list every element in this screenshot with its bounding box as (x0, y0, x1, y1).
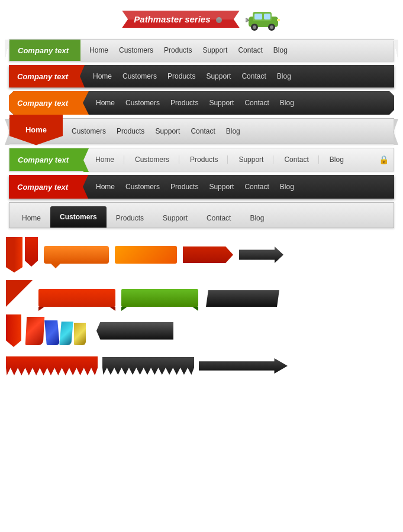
nav1-container: Company text Home Customers Products Sup… (9, 39, 394, 61)
deco-row4 (6, 356, 397, 375)
nav1-links: Home Customers Products Support Contact … (80, 46, 394, 54)
nav4-container: Home Customers Products Support Contact … (9, 118, 394, 144)
arrow-black-right (239, 246, 283, 263)
deco-bookmark-left (6, 314, 21, 347)
title-ribbon-inner: Pathmaster series (122, 11, 239, 28)
wavy-ribbon-red (6, 356, 98, 375)
nav6: Company text Home Customers Products Sup… (9, 175, 394, 199)
nav3-customers[interactable]: Customers (125, 99, 160, 107)
car-icon (246, 6, 281, 33)
nav1-customers[interactable]: Customers (119, 46, 153, 54)
nav3-support[interactable]: Support (209, 99, 234, 107)
nav1-home[interactable]: Home (89, 46, 108, 54)
nav3-blog[interactable]: Blog (280, 99, 294, 107)
nav5-blog[interactable]: Blog (330, 155, 354, 164)
nav6-support[interactable]: Support (209, 183, 234, 191)
curl-cyan (59, 322, 73, 345)
ribbon-dot (216, 17, 222, 23)
nav2-logo: Company text (9, 65, 80, 87)
curl-yellow (74, 323, 86, 345)
nav3-contact[interactable]: Contact (244, 99, 269, 107)
deco-bookmarks (6, 237, 38, 273)
nav3-home[interactable]: Home (96, 99, 115, 107)
nav5-links: Home Customers Products Support Contact … (83, 155, 379, 164)
nav6-logo: Company text (9, 175, 83, 199)
nav5-contact[interactable]: Contact (284, 155, 318, 164)
nav6-blog[interactable]: Blog (280, 183, 294, 191)
nav7-products[interactable]: Products (107, 209, 153, 228)
ribbon-dark-skew (206, 290, 279, 307)
curl-blue (44, 320, 60, 345)
lock-indicator: 🔒 (379, 155, 389, 164)
nav1-support[interactable]: Support (202, 46, 227, 54)
svg-rect-8 (277, 19, 280, 21)
nav4-contact[interactable]: Contact (191, 127, 215, 135)
nav5-home[interactable]: Home (95, 155, 124, 164)
ribbon-flat-red (38, 289, 115, 307)
nav4-home[interactable]: Home (9, 115, 63, 145)
deco-curls (26, 317, 86, 345)
nav1: Company text Home Customers Products Sup… (9, 39, 394, 61)
tag-red-right (183, 246, 233, 263)
nav1-blog[interactable]: Blog (273, 46, 288, 54)
nav5-container: Company text Home Customers Products Sup… (9, 148, 394, 171)
nav3: Company text Home Customers Products Sup… (9, 91, 394, 115)
nav2-customers[interactable]: Customers (122, 72, 157, 80)
nav1-products[interactable]: Products (164, 46, 192, 54)
nav5-support[interactable]: Support (238, 155, 273, 164)
nav3-links: Home Customers Products Support Contact … (83, 99, 394, 107)
ticket-dark (102, 357, 194, 375)
nav2-container: Company text Home Customers Products Sup… (9, 65, 394, 87)
nav2-contact[interactable]: Contact (241, 72, 266, 80)
nav6-products[interactable]: Products (170, 183, 198, 191)
arrow-dark-large (96, 322, 173, 340)
nav4-products[interactable]: Products (117, 127, 144, 135)
nav2-support[interactable]: Support (206, 72, 231, 80)
arrow-long-dark (199, 358, 288, 374)
tab-arrow-orange (51, 264, 60, 268)
nav2-home[interactable]: Home (93, 72, 112, 80)
banner-title: Pathmaster series (134, 14, 210, 24)
nav7-home[interactable]: Home (12, 209, 50, 228)
nav3-products[interactable]: Products (170, 99, 198, 107)
svg-rect-2 (254, 14, 262, 20)
nav2-blog[interactable]: Blog (277, 72, 291, 80)
nav2-links: Home Customers Products Support Contact … (80, 72, 394, 80)
nav4-links: Customers Products Support Contact Blog (63, 127, 394, 135)
nav5-customers[interactable]: Customers (135, 155, 179, 164)
deco-row1 (6, 237, 397, 273)
nav4-customers[interactable]: Customers (72, 127, 106, 135)
nav7-support[interactable]: Support (153, 209, 197, 228)
nav7: Home Customers Products Support Contact … (9, 202, 394, 228)
svg-point-5 (253, 25, 256, 29)
nav3-logo-text: Company text (17, 99, 68, 108)
svg-rect-3 (264, 14, 270, 20)
nav6-logo-text: Company text (17, 183, 68, 192)
nav6-customers[interactable]: Customers (125, 183, 160, 191)
curl-red (25, 317, 45, 345)
nav1-contact[interactable]: Contact (238, 46, 262, 54)
nav6-container: Company text Home Customers Products Sup… (9, 175, 394, 199)
corner-fold-red (6, 280, 33, 307)
tab-shape-orange (44, 246, 109, 264)
nav4-blog[interactable]: Blog (226, 127, 240, 135)
svg-point-10 (246, 18, 248, 22)
nav3-logo: Company text (9, 91, 83, 115)
nav5-products[interactable]: Products (190, 155, 228, 164)
nav3-container: Company text Home Customers Products Sup… (9, 91, 394, 115)
nav2-logo-text: Company text (17, 72, 68, 81)
nav4-support[interactable]: Support (155, 127, 180, 135)
deco-section (6, 237, 397, 375)
nav7-blog[interactable]: Blog (240, 209, 273, 228)
nav1-logo: Company text (9, 40, 80, 61)
nav2-products[interactable]: Products (167, 72, 195, 80)
nav6-contact[interactable]: Contact (244, 183, 269, 191)
nav7-customers[interactable]: Customers (50, 206, 107, 228)
deco-tab-orange (44, 246, 109, 264)
nav2: Company text Home Customers Products Sup… (9, 65, 394, 87)
deco-row2 (6, 280, 397, 307)
nav6-links: Home Customers Products Support Contact … (83, 183, 394, 191)
title-ribbon: Pathmaster series (122, 11, 239, 28)
nav6-home[interactable]: Home (96, 183, 115, 191)
nav7-contact[interactable]: Contact (197, 209, 240, 228)
